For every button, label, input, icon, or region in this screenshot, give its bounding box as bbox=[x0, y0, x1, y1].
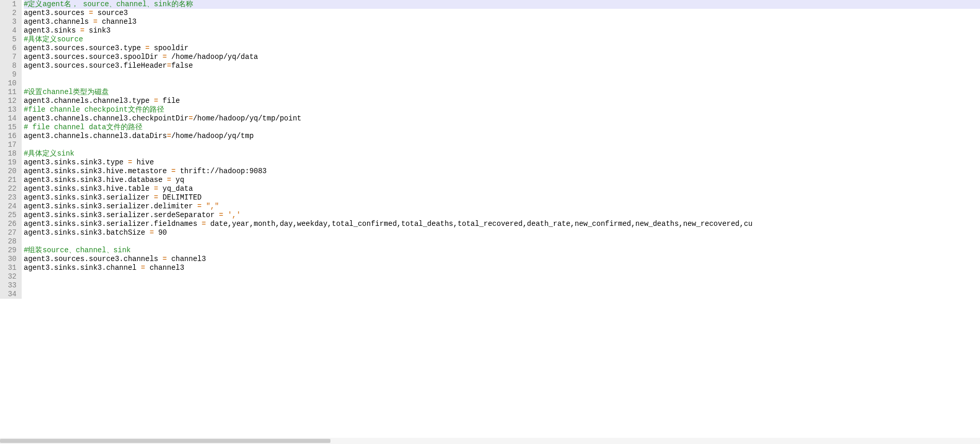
line-number: 2 bbox=[3, 9, 17, 18]
op-token: = bbox=[80, 26, 84, 35]
code-line[interactable]: agent3.sources = source3 bbox=[24, 9, 980, 18]
op-token: = bbox=[145, 44, 149, 52]
code-token: 90 bbox=[154, 228, 167, 237]
code-line[interactable] bbox=[24, 281, 980, 290]
code-editor[interactable]: 1234567891011121314151617181920212223242… bbox=[0, 0, 980, 299]
code-line[interactable]: agent3.sinks.sink3.serializer.delimiter … bbox=[24, 202, 980, 211]
code-line[interactable]: agent3.sources.source3.fileHeader=false bbox=[24, 62, 980, 70]
code-line[interactable]: agent3.sinks.sink3.serializer.serdeSepar… bbox=[24, 211, 980, 220]
code-line[interactable]: agent3.sinks.sink3.type = hive bbox=[24, 158, 980, 167]
code-line[interactable]: #定义agent名， source、channel、sink的名称 bbox=[24, 0, 980, 9]
code-line[interactable]: agent3.sources.source3.spoolDir = /home/… bbox=[24, 53, 980, 62]
code-token: DELIMITED bbox=[158, 193, 201, 202]
line-number: 18 bbox=[3, 149, 17, 158]
line-number: 33 bbox=[3, 281, 17, 290]
code-token: hive bbox=[132, 158, 154, 166]
line-number: 32 bbox=[3, 272, 17, 281]
code-token: agent3.sinks.sink3.serializer.fieldnames bbox=[24, 220, 201, 228]
code-line[interactable] bbox=[24, 79, 980, 88]
comment-token: #组装source、channel、sink bbox=[24, 246, 131, 254]
str-token: ',' bbox=[228, 211, 241, 219]
line-number: 27 bbox=[3, 228, 17, 237]
comment-token: #定义agent名， source、channel、sink的名称 bbox=[24, 0, 193, 8]
code-line[interactable] bbox=[24, 70, 980, 79]
comment-token: #具体定义sink bbox=[24, 149, 74, 158]
code-token: agent3.sources bbox=[24, 9, 89, 17]
code-token: agent3.sinks.sink3.hive.table bbox=[24, 185, 154, 193]
op-token: = bbox=[150, 228, 154, 237]
line-number: 13 bbox=[3, 105, 17, 114]
code-line[interactable] bbox=[24, 272, 980, 281]
line-number: 29 bbox=[3, 246, 17, 255]
code-area[interactable]: #定义agent名， source、channel、sink的名称agent3.… bbox=[22, 0, 980, 299]
code-line[interactable]: agent3.sinks.sink3.serializer.fieldnames… bbox=[24, 220, 980, 228]
op-token: = bbox=[167, 176, 171, 184]
code-token: agent3.sources.source3.fileHeader bbox=[24, 62, 167, 70]
comment-token: # file channel data文件的路径 bbox=[24, 123, 143, 131]
code-line[interactable]: agent3.channels = channel3 bbox=[24, 18, 980, 26]
code-token: channel3 bbox=[145, 264, 184, 272]
code-token: agent3.sinks.sink3.channel bbox=[24, 264, 141, 272]
code-line[interactable]: agent3.sinks.sink3.serializer = DELIMITE… bbox=[24, 193, 980, 202]
code-line[interactable]: agent3.sinks.sink3.hive.metastore = thri… bbox=[24, 167, 980, 176]
op-token: = bbox=[167, 132, 171, 140]
code-token: false bbox=[171, 62, 193, 70]
code-line[interactable]: #具体定义source bbox=[24, 35, 980, 44]
code-line[interactable]: #file channle checkpoint文件的路径 bbox=[24, 105, 980, 114]
line-number: 11 bbox=[3, 88, 17, 97]
code-line[interactable]: agent3.channels.channel3.type = file bbox=[24, 97, 980, 105]
op-token: = bbox=[163, 255, 167, 263]
code-line[interactable] bbox=[24, 237, 980, 246]
code-token: agent3.sinks.sink3.serializer.serdeSepar… bbox=[24, 211, 219, 219]
code-line[interactable]: #设置channel类型为磁盘 bbox=[24, 88, 980, 97]
line-number: 25 bbox=[3, 211, 17, 220]
line-number: 22 bbox=[3, 185, 17, 193]
comment-token: #设置channel类型为磁盘 bbox=[24, 88, 109, 96]
op-token: = bbox=[201, 220, 206, 228]
code-token: source3 bbox=[93, 9, 128, 17]
line-number: 9 bbox=[3, 70, 17, 79]
code-token: agent3.sources.source3.channels bbox=[24, 255, 163, 263]
code-line[interactable]: # file channel data文件的路径 bbox=[24, 123, 980, 132]
code-line[interactable]: #具体定义sink bbox=[24, 149, 980, 158]
code-line[interactable]: agent3.sinks = sink3 bbox=[24, 26, 980, 35]
code-token: sink3 bbox=[85, 26, 110, 35]
code-line[interactable] bbox=[24, 141, 980, 149]
code-line[interactable]: agent3.sinks.sink3.hive.table = yq_data bbox=[24, 185, 980, 193]
line-number: 5 bbox=[3, 35, 17, 44]
code-line[interactable]: #组装source、channel、sink bbox=[24, 246, 980, 255]
code-token: date,year,month,day,weekday,total_confir… bbox=[206, 220, 753, 228]
code-line[interactable]: agent3.channels.channel3.checkpointDir=/… bbox=[24, 114, 980, 123]
code-token: /home/hadoop/yq/tmp/point bbox=[193, 114, 302, 123]
code-token: agent3.sinks.sink3.hive.metastore bbox=[24, 167, 171, 175]
op-token: = bbox=[171, 167, 176, 175]
code-token: /home/hadoop/yq/tmp bbox=[171, 132, 254, 140]
code-token: agent3.sinks.sink3.serializer bbox=[24, 193, 154, 202]
code-line[interactable]: agent3.sinks.sink3.hive.database = yq bbox=[24, 176, 980, 185]
line-number: 8 bbox=[3, 62, 17, 70]
code-line[interactable] bbox=[24, 290, 980, 299]
line-number: 20 bbox=[3, 167, 17, 176]
code-line[interactable]: agent3.sinks.sink3.channel = channel3 bbox=[24, 264, 980, 272]
code-token: channel3 bbox=[98, 18, 137, 26]
line-number: 7 bbox=[3, 53, 17, 62]
code-token: agent3.channels.channel3.dataDirs bbox=[24, 132, 167, 140]
code-line[interactable]: agent3.channels.channel3.dataDirs=/home/… bbox=[24, 132, 980, 141]
code-token: file bbox=[158, 97, 180, 105]
line-number: 19 bbox=[3, 158, 17, 167]
code-token: agent3.channels.channel3.type bbox=[24, 97, 154, 105]
code-token: agent3.sinks bbox=[24, 26, 80, 35]
line-number: 24 bbox=[3, 202, 17, 211]
code-token: yq_data bbox=[158, 185, 193, 193]
code-token: agent3.sinks.sink3.type bbox=[24, 158, 128, 166]
code-token: agent3.sinks.sink3.serializer.delimiter bbox=[24, 202, 197, 210]
line-number: 12 bbox=[3, 97, 17, 105]
code-token: spooldir bbox=[150, 44, 189, 52]
op-token: = bbox=[188, 114, 193, 123]
code-line[interactable]: agent3.sinks.sink3.batchSize = 90 bbox=[24, 228, 980, 237]
line-number: 1 bbox=[3, 0, 17, 9]
code-token bbox=[223, 211, 227, 219]
op-token: = bbox=[93, 18, 97, 26]
code-line[interactable]: agent3.sources.source3.channels = channe… bbox=[24, 255, 980, 264]
code-line[interactable]: agent3.sources.source3.type = spooldir bbox=[24, 44, 980, 53]
